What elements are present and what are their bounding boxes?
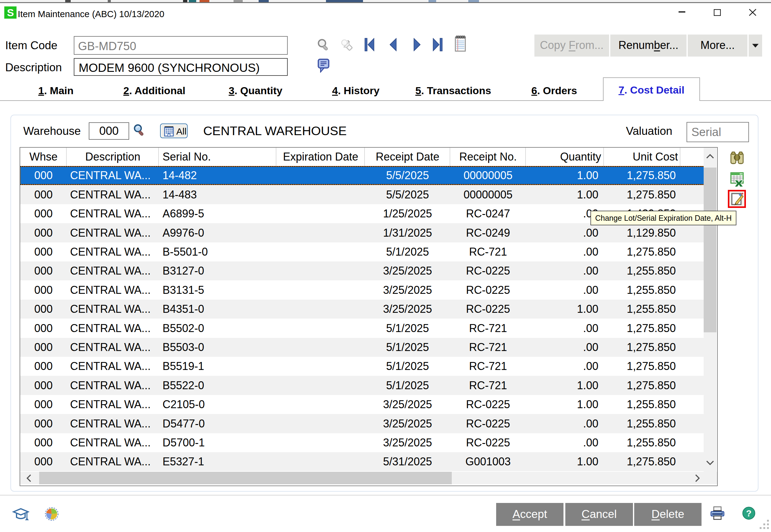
svg-text:?: ? (746, 508, 752, 518)
